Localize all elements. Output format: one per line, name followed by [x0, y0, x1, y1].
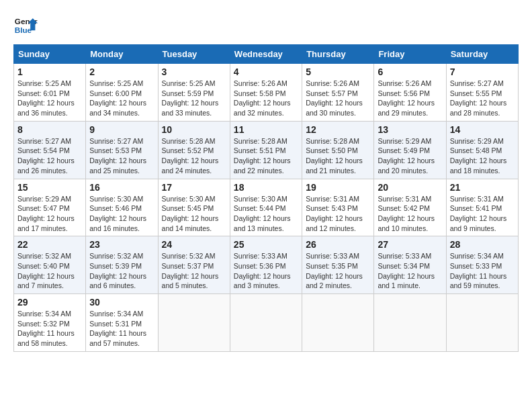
calendar-cell: 12Sunrise: 5:28 AM Sunset: 5:50 PM Dayli… — [302, 121, 374, 179]
calendar-cell: 16Sunrise: 5:30 AM Sunset: 5:46 PM Dayli… — [86, 179, 158, 236]
day-number: 17 — [162, 182, 226, 193]
calendar-week-row: 8Sunrise: 5:27 AM Sunset: 5:54 PM Daylig… — [14, 121, 519, 179]
calendar-cell: 28Sunrise: 5:34 AM Sunset: 5:33 PM Dayli… — [446, 236, 518, 294]
day-number: 18 — [234, 182, 298, 193]
calendar-cell: 8Sunrise: 5:27 AM Sunset: 5:54 PM Daylig… — [14, 121, 86, 179]
day-info: Sunrise: 5:31 AM Sunset: 5:41 PM Dayligh… — [450, 194, 515, 234]
day-info: Sunrise: 5:34 AM Sunset: 5:33 PM Dayligh… — [450, 251, 515, 291]
calendar-cell: 25Sunrise: 5:33 AM Sunset: 5:36 PM Dayli… — [230, 236, 302, 294]
column-header-wednesday: Wednesday — [230, 45, 302, 64]
day-info: Sunrise: 5:33 AM Sunset: 5:34 PM Dayligh… — [378, 251, 442, 291]
column-header-sunday: Sunday — [14, 45, 86, 64]
calendar-cell: 23Sunrise: 5:32 AM Sunset: 5:39 PM Dayli… — [86, 236, 158, 294]
day-number: 28 — [450, 239, 515, 250]
day-number: 11 — [234, 124, 298, 135]
day-info: Sunrise: 5:33 AM Sunset: 5:35 PM Dayligh… — [306, 251, 370, 291]
column-header-saturday: Saturday — [446, 45, 518, 64]
calendar-cell: 29Sunrise: 5:34 AM Sunset: 5:32 PM Dayli… — [14, 294, 86, 352]
day-info: Sunrise: 5:32 AM Sunset: 5:39 PM Dayligh… — [89, 251, 154, 291]
calendar-cell — [158, 294, 230, 352]
column-header-thursday: Thursday — [302, 45, 374, 64]
day-number: 5 — [306, 66, 370, 77]
day-info: Sunrise: 5:28 AM Sunset: 5:51 PM Dayligh… — [234, 136, 298, 176]
column-header-friday: Friday — [374, 45, 446, 64]
day-number: 7 — [450, 66, 515, 77]
logo-icon: General Blue — [13, 13, 38, 38]
page-header: General Blue — [13, 13, 519, 38]
day-info: Sunrise: 5:29 AM Sunset: 5:48 PM Dayligh… — [450, 136, 515, 176]
column-header-tuesday: Tuesday — [158, 45, 230, 64]
calendar-cell: 20Sunrise: 5:31 AM Sunset: 5:42 PM Dayli… — [374, 179, 446, 236]
calendar-cell: 13Sunrise: 5:29 AM Sunset: 5:49 PM Dayli… — [374, 121, 446, 179]
day-number: 14 — [450, 124, 515, 135]
day-info: Sunrise: 5:32 AM Sunset: 5:37 PM Dayligh… — [162, 251, 226, 291]
svg-text:Blue: Blue — [15, 26, 32, 34]
day-number: 4 — [234, 66, 298, 77]
calendar-cell — [302, 294, 374, 352]
day-number: 8 — [17, 124, 82, 135]
calendar-cell — [374, 294, 446, 352]
day-number: 26 — [306, 239, 370, 250]
calendar-cell: 2Sunrise: 5:25 AM Sunset: 6:00 PM Daylig… — [86, 64, 158, 122]
day-info: Sunrise: 5:30 AM Sunset: 5:45 PM Dayligh… — [162, 194, 226, 234]
day-number: 15 — [17, 182, 82, 193]
day-info: Sunrise: 5:31 AM Sunset: 5:43 PM Dayligh… — [306, 194, 370, 234]
calendar-cell: 21Sunrise: 5:31 AM Sunset: 5:41 PM Dayli… — [446, 179, 518, 236]
day-number: 27 — [378, 239, 442, 250]
calendar-cell: 11Sunrise: 5:28 AM Sunset: 5:51 PM Dayli… — [230, 121, 302, 179]
day-number: 30 — [89, 297, 154, 308]
calendar-cell: 15Sunrise: 5:29 AM Sunset: 5:47 PM Dayli… — [14, 179, 86, 236]
calendar-cell: 18Sunrise: 5:30 AM Sunset: 5:44 PM Dayli… — [230, 179, 302, 236]
day-number: 22 — [17, 239, 82, 250]
calendar-cell: 5Sunrise: 5:26 AM Sunset: 5:57 PM Daylig… — [302, 64, 374, 122]
day-info: Sunrise: 5:27 AM Sunset: 5:53 PM Dayligh… — [89, 136, 154, 176]
calendar-cell: 9Sunrise: 5:27 AM Sunset: 5:53 PM Daylig… — [86, 121, 158, 179]
day-info: Sunrise: 5:27 AM Sunset: 5:55 PM Dayligh… — [450, 79, 515, 118]
day-info: Sunrise: 5:25 AM Sunset: 6:00 PM Dayligh… — [89, 79, 154, 118]
day-number: 20 — [378, 182, 442, 193]
column-header-monday: Monday — [86, 45, 158, 64]
calendar-header-row: SundayMondayTuesdayWednesdayThursdayFrid… — [14, 45, 519, 64]
day-info: Sunrise: 5:28 AM Sunset: 5:50 PM Dayligh… — [306, 136, 370, 176]
day-number: 21 — [450, 182, 515, 193]
day-info: Sunrise: 5:26 AM Sunset: 5:57 PM Dayligh… — [306, 79, 370, 118]
day-number: 3 — [162, 66, 226, 77]
day-info: Sunrise: 5:25 AM Sunset: 6:01 PM Dayligh… — [17, 79, 82, 118]
day-info: Sunrise: 5:31 AM Sunset: 5:42 PM Dayligh… — [378, 194, 442, 234]
day-number: 23 — [89, 239, 154, 250]
day-number: 13 — [378, 124, 442, 135]
calendar-cell: 4Sunrise: 5:26 AM Sunset: 5:58 PM Daylig… — [230, 64, 302, 122]
calendar-cell: 6Sunrise: 5:26 AM Sunset: 5:56 PM Daylig… — [374, 64, 446, 122]
day-info: Sunrise: 5:25 AM Sunset: 5:59 PM Dayligh… — [162, 79, 226, 118]
day-info: Sunrise: 5:28 AM Sunset: 5:52 PM Dayligh… — [162, 136, 226, 176]
day-info: Sunrise: 5:34 AM Sunset: 5:31 PM Dayligh… — [89, 309, 154, 349]
day-info: Sunrise: 5:32 AM Sunset: 5:40 PM Dayligh… — [17, 251, 82, 291]
logo: General Blue — [13, 13, 38, 38]
day-number: 24 — [162, 239, 226, 250]
calendar-cell: 10Sunrise: 5:28 AM Sunset: 5:52 PM Dayli… — [158, 121, 230, 179]
day-info: Sunrise: 5:29 AM Sunset: 5:49 PM Dayligh… — [378, 136, 442, 176]
day-number: 12 — [306, 124, 370, 135]
day-info: Sunrise: 5:27 AM Sunset: 5:54 PM Dayligh… — [17, 136, 82, 176]
day-number: 25 — [234, 239, 298, 250]
day-info: Sunrise: 5:26 AM Sunset: 5:58 PM Dayligh… — [234, 79, 298, 118]
day-number: 1 — [17, 66, 82, 77]
day-number: 6 — [378, 66, 442, 77]
day-info: Sunrise: 5:33 AM Sunset: 5:36 PM Dayligh… — [234, 251, 298, 291]
calendar-week-row: 1Sunrise: 5:25 AM Sunset: 6:01 PM Daylig… — [14, 64, 519, 122]
calendar-week-row: 15Sunrise: 5:29 AM Sunset: 5:47 PM Dayli… — [14, 179, 519, 236]
calendar-cell: 17Sunrise: 5:30 AM Sunset: 5:45 PM Dayli… — [158, 179, 230, 236]
day-info: Sunrise: 5:29 AM Sunset: 5:47 PM Dayligh… — [17, 194, 82, 234]
calendar-cell: 14Sunrise: 5:29 AM Sunset: 5:48 PM Dayli… — [446, 121, 518, 179]
calendar-cell: 30Sunrise: 5:34 AM Sunset: 5:31 PM Dayli… — [86, 294, 158, 352]
calendar-cell: 3Sunrise: 5:25 AM Sunset: 5:59 PM Daylig… — [158, 64, 230, 122]
calendar-cell — [230, 294, 302, 352]
day-info: Sunrise: 5:30 AM Sunset: 5:44 PM Dayligh… — [234, 194, 298, 234]
day-number: 29 — [17, 297, 82, 308]
calendar-cell: 19Sunrise: 5:31 AM Sunset: 5:43 PM Dayli… — [302, 179, 374, 236]
day-number: 9 — [89, 124, 154, 135]
calendar-table: SundayMondayTuesdayWednesdayThursdayFrid… — [13, 44, 519, 352]
calendar-cell — [446, 294, 518, 352]
day-number: 16 — [89, 182, 154, 193]
day-number: 19 — [306, 182, 370, 193]
